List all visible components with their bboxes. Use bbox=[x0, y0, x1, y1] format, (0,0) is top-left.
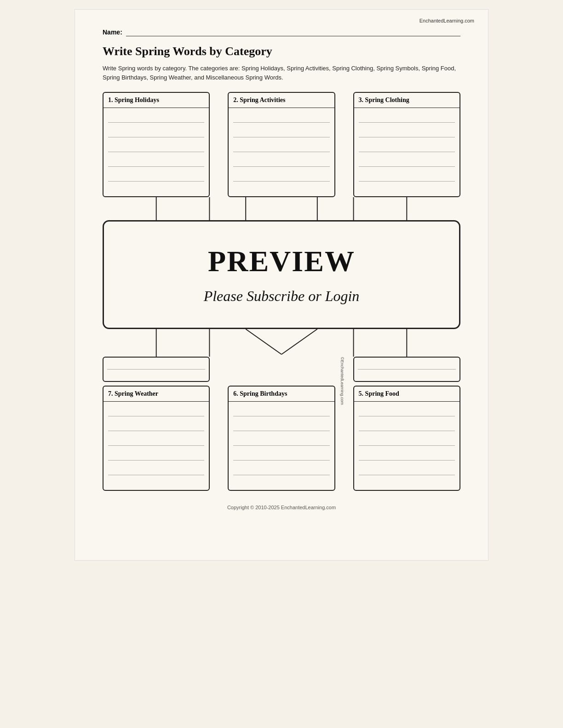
line bbox=[233, 431, 329, 446]
top-connectors-svg bbox=[103, 197, 460, 220]
category-title-6: 6. Spring Birthdays bbox=[229, 387, 334, 402]
partial-box-right bbox=[353, 357, 460, 382]
category-title-1: 1. Spring Holidays bbox=[103, 93, 209, 108]
box-lines-1 bbox=[103, 108, 209, 196]
name-row: Name: bbox=[103, 28, 460, 36]
line bbox=[359, 475, 455, 490]
box-lines-7 bbox=[103, 402, 209, 490]
box-lines-5 bbox=[354, 402, 460, 490]
line bbox=[108, 152, 204, 167]
category-box-3: 3. Spring Clothing bbox=[353, 92, 460, 197]
line bbox=[233, 461, 329, 475]
line bbox=[359, 108, 455, 123]
category-title-2: 2. Spring Activities bbox=[229, 93, 334, 108]
line bbox=[108, 475, 204, 490]
line bbox=[233, 182, 329, 196]
description: Write Spring words by category. The cate… bbox=[103, 64, 460, 82]
category-title-3: 3. Spring Clothing bbox=[354, 93, 460, 108]
category-box-7: 7. Spring Weather bbox=[103, 386, 210, 491]
watermark: ©EnchantedLearning.com bbox=[340, 357, 345, 405]
line bbox=[359, 402, 455, 416]
preview-title: PREVIEW bbox=[113, 245, 450, 279]
top-boxes: 1. Spring Holidays 2. Spring Activities bbox=[103, 92, 460, 197]
line bbox=[359, 416, 455, 431]
line bbox=[359, 152, 455, 167]
line bbox=[108, 431, 204, 446]
line bbox=[108, 123, 204, 137]
partial-box-mid-spacer bbox=[228, 357, 335, 382]
box-lines-3 bbox=[354, 108, 460, 196]
bottom-boxes: 7. Spring Weather 6. Spring Birthdays ©E… bbox=[103, 386, 460, 491]
line bbox=[359, 123, 455, 137]
line bbox=[233, 123, 329, 137]
name-label: Name: bbox=[103, 28, 122, 36]
line bbox=[359, 461, 455, 475]
page: EnchantedLearning.com Name: Write Spring… bbox=[75, 9, 488, 561]
category-box-2: 2. Spring Activities bbox=[228, 92, 335, 197]
partial-box-left bbox=[103, 357, 210, 382]
line bbox=[108, 461, 204, 475]
line bbox=[233, 402, 329, 416]
line bbox=[108, 446, 204, 461]
line bbox=[108, 167, 204, 182]
bottom-connectors-svg bbox=[103, 329, 460, 357]
line bbox=[358, 358, 456, 370]
line bbox=[359, 167, 455, 182]
copyright: Copyright © 2010-2025 EnchantedLearning.… bbox=[103, 505, 460, 510]
page-title: Write Spring Words by Category bbox=[103, 45, 460, 58]
box-lines-2 bbox=[229, 108, 334, 196]
category-box-1: 1. Spring Holidays bbox=[103, 92, 210, 197]
svg-line-10 bbox=[246, 329, 282, 354]
preview-subtitle: Please Subscribe or Login bbox=[113, 288, 450, 305]
line bbox=[108, 416, 204, 431]
line bbox=[233, 108, 329, 123]
preview-box: PREVIEW Please Subscribe or Login bbox=[103, 220, 460, 329]
line bbox=[233, 167, 329, 182]
line bbox=[233, 446, 329, 461]
site-url: EnchantedLearning.com bbox=[419, 18, 474, 23]
category-box-5: 5. Spring Food bbox=[353, 386, 460, 491]
line bbox=[233, 152, 329, 167]
line bbox=[359, 137, 455, 152]
category-box-6: 6. Spring Birthdays ©EnchantedLearning.c… bbox=[228, 386, 335, 491]
line bbox=[233, 416, 329, 431]
partial-boxes bbox=[103, 357, 460, 382]
line bbox=[233, 475, 329, 490]
line bbox=[359, 182, 455, 196]
line bbox=[108, 108, 204, 123]
line bbox=[108, 137, 204, 152]
line bbox=[233, 137, 329, 152]
svg-line-11 bbox=[282, 329, 317, 354]
name-input-line bbox=[126, 28, 460, 36]
line bbox=[108, 402, 204, 416]
category-title-5: 5. Spring Food bbox=[354, 387, 460, 402]
line bbox=[108, 182, 204, 196]
line bbox=[359, 431, 455, 446]
line bbox=[107, 358, 205, 370]
category-title-7: 7. Spring Weather bbox=[103, 387, 209, 402]
line bbox=[359, 446, 455, 461]
box-lines-6 bbox=[229, 402, 334, 490]
